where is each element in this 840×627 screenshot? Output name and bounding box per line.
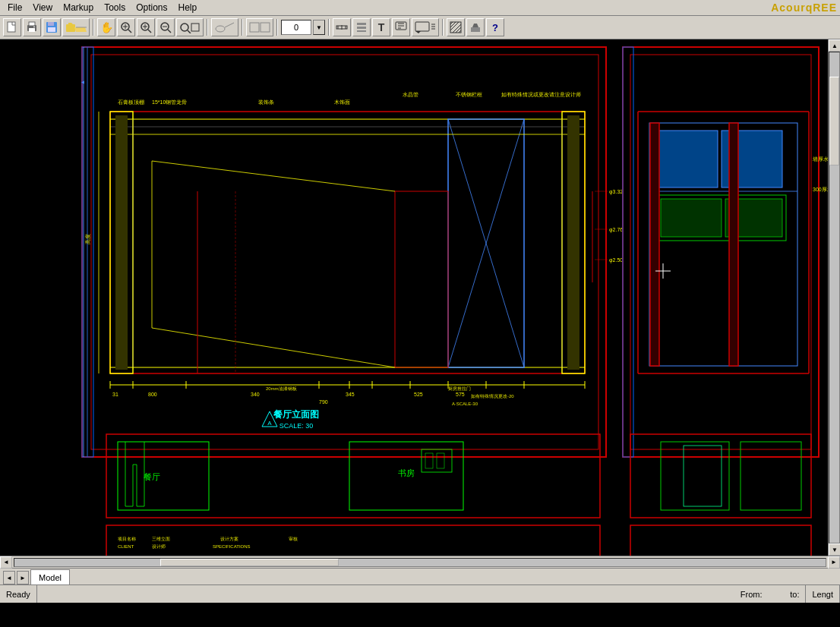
svg-rect-4 [29, 22, 35, 26]
svg-line-18 [148, 30, 151, 33]
svg-marker-43 [415, 31, 421, 33]
svg-text:设计师: 设计师 [152, 544, 166, 549]
svg-text:340: 340 [251, 392, 260, 397]
zoom-window-button[interactable] [117, 18, 135, 36]
layer-input[interactable] [281, 20, 311, 35]
svg-text:φ3.32: φ3.32 [609, 189, 623, 195]
help-button[interactable]: ? [486, 18, 504, 36]
separator-5 [328, 19, 330, 36]
menu-markup[interactable]: Markup [58, 1, 98, 14]
svg-text:设计方案: 设计方案 [220, 536, 238, 541]
hscroll-track [14, 558, 826, 567]
svg-text:木饰面: 木饰面 [334, 99, 350, 105]
separator-2 [207, 19, 208, 36]
cad-drawing: ▲ [0, 39, 828, 556]
layer-dropdown[interactable]: ▼ [313, 20, 325, 35]
svg-rect-42 [415, 22, 429, 31]
callout2-button[interactable] [412, 18, 439, 36]
markup-button[interactable] [211, 18, 238, 36]
app-logo: AcourqREE [771, 2, 837, 14]
status-empty [37, 585, 734, 603]
svg-rect-36 [357, 27, 366, 29]
svg-text:CLIENT: CLIENT [118, 544, 134, 549]
measure-button[interactable] [333, 18, 351, 36]
svg-text:餐厅: 餐厅 [144, 472, 160, 481]
svg-marker-11 [74, 27, 87, 32]
svg-text:575: 575 [456, 392, 465, 397]
svg-rect-58 [91, 55, 598, 449]
svg-text:A: A [267, 420, 272, 427]
menu-help[interactable]: Help [174, 1, 202, 14]
svg-rect-5 [29, 28, 35, 32]
stamp-button[interactable] [466, 18, 485, 36]
svg-rect-10 [66, 24, 75, 32]
svg-text:如有特殊情况更改-20: 如有特殊情况更改-20 [471, 394, 514, 399]
svg-line-49 [450, 22, 456, 27]
svg-rect-76 [115, 115, 128, 370]
svg-text:SCALE: 30: SCALE: 30 [279, 422, 314, 430]
svg-rect-47 [450, 22, 461, 33]
svg-text:800: 800 [148, 392, 157, 397]
pan-button[interactable]: ✋ [97, 18, 115, 36]
scroll-left-button[interactable]: ◄ [0, 556, 12, 569]
tab-prev-button[interactable]: ◄ [3, 571, 15, 584]
compare-button[interactable] [246, 18, 273, 36]
status-bar: Ready From: to: Lengt [0, 584, 840, 603]
toolbar: ✋ ▼ T ? [0, 15, 840, 39]
svg-rect-161 [650, 123, 659, 366]
save-button[interactable] [43, 18, 61, 36]
tabs-bar: ◄ ► Model [0, 568, 840, 584]
callout-button[interactable] [392, 18, 410, 36]
ready-text: Ready [6, 590, 30, 599]
menu-file[interactable]: File [3, 1, 27, 14]
separator-4 [276, 19, 278, 36]
svg-line-14 [128, 30, 131, 33]
separator-1 [93, 19, 94, 36]
from-label: From: [741, 590, 763, 599]
scroll-right-button[interactable]: ► [828, 556, 840, 569]
menu-tools[interactable]: Tools [99, 1, 130, 14]
status-from: From: to: [734, 585, 807, 603]
svg-rect-155 [657, 131, 718, 187]
model-tab[interactable]: Model [30, 569, 70, 584]
vscroll-thumb[interactable] [829, 77, 839, 165]
svg-text:装饰条: 装饰条 [258, 99, 274, 105]
length-label: Lengt [812, 590, 833, 599]
svg-text:31: 31 [112, 392, 118, 397]
svg-text:高度: 高度 [85, 234, 90, 244]
svg-text:石膏板顶棚: 石膏板顶棚 [118, 99, 144, 105]
hatch-button[interactable] [447, 18, 465, 36]
separator-6 [442, 19, 444, 36]
zoom-in-button[interactable] [137, 18, 155, 36]
svg-text:水晶管: 水晶管 [403, 92, 418, 97]
svg-text:审核: 审核 [289, 536, 298, 541]
cad-viewport[interactable]: ▲ [0, 39, 828, 556]
svg-point-27 [216, 26, 225, 32]
scroll-down-button[interactable]: ▼ [829, 544, 840, 556]
svg-rect-160 [729, 123, 738, 366]
menu-view[interactable]: View [28, 1, 57, 14]
text-button[interactable]: T [372, 18, 390, 36]
svg-rect-9 [48, 27, 55, 32]
tab-next-button[interactable]: ► [17, 571, 29, 584]
new-button[interactable] [3, 18, 21, 36]
zoom-all-button[interactable] [176, 18, 204, 36]
svg-text:300厚水泥: 300厚水泥 [813, 187, 828, 192]
scroll-up-button[interactable]: ▲ [829, 39, 840, 52]
vertical-scrollbar: ▲ ▼ [828, 39, 840, 556]
zoom-out-button[interactable] [156, 18, 175, 36]
status-length: Lengt [806, 585, 840, 603]
svg-text:餐厅立面图: 餐厅立面图 [273, 409, 319, 420]
svg-text:墙厚水泥: 墙厚水泥 [812, 156, 828, 162]
print-button[interactable] [23, 18, 41, 36]
svg-text:▲: ▲ [80, 80, 85, 85]
svg-rect-29 [250, 23, 259, 32]
hscroll-thumb[interactable] [160, 559, 339, 566]
open-button[interactable] [62, 18, 90, 36]
svg-rect-26 [191, 24, 199, 31]
svg-rect-35 [357, 23, 366, 25]
svg-rect-6 [33, 27, 35, 27]
svg-rect-37 [357, 30, 366, 32]
menu-options[interactable]: Options [131, 1, 172, 14]
properties-button[interactable] [352, 18, 371, 36]
